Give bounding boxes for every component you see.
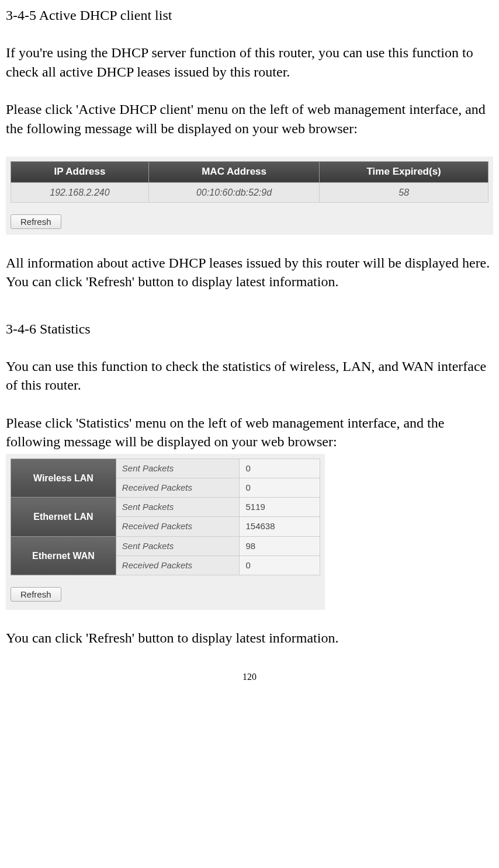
dhcp-client-panel: IP Address MAC Address Time Expired(s) 1…	[6, 157, 493, 235]
column-header-ip: IP Address	[11, 161, 149, 182]
metric-label: Received Packets	[116, 478, 240, 497]
statistics-table: Wireless LAN Sent Packets 0 Received Pac…	[11, 459, 320, 576]
body-text: You can click 'Refresh' button to displa…	[6, 629, 493, 647]
section-heading-dhcp: 3-4-5 Active DHCP client list	[6, 6, 493, 25]
metric-value: 0	[240, 555, 320, 575]
page-number: 120	[6, 671, 493, 683]
metric-value: 0	[240, 459, 320, 478]
dhcp-client-table: IP Address MAC Address Time Expired(s) 1…	[11, 161, 488, 203]
column-header-mac: MAC Address	[148, 161, 319, 182]
table-row: Ethernet LAN Sent Packets 5119	[11, 498, 320, 517]
cell-mac: 00:10:60:db:52:9d	[148, 182, 319, 203]
cell-expire: 58	[320, 182, 488, 203]
refresh-button[interactable]: Refresh	[11, 214, 61, 229]
table-row: 192.168.2.240 00:10:60:db:52:9d 58	[11, 182, 488, 203]
body-text: Please click 'Active DHCP client' menu o…	[6, 100, 493, 138]
section-heading-statistics: 3-4-6 Statistics	[6, 320, 493, 338]
metric-label: Received Packets	[116, 517, 240, 536]
body-text: All information about active DHCP leases…	[6, 254, 493, 291]
refresh-button[interactable]: Refresh	[11, 587, 61, 602]
metric-label: Received Packets	[116, 555, 240, 575]
body-text: If you're using the DHCP server function…	[6, 43, 493, 81]
statistics-panel: Wireless LAN Sent Packets 0 Received Pac…	[6, 454, 325, 610]
body-text: You can use this function to check the s…	[6, 357, 493, 395]
metric-label: Sent Packets	[116, 498, 240, 517]
table-row: Ethernet WAN Sent Packets 98	[11, 536, 320, 555]
group-ethernet-wan: Ethernet WAN	[11, 536, 116, 575]
metric-value: 98	[240, 536, 320, 555]
table-row: Wireless LAN Sent Packets 0	[11, 459, 320, 478]
column-header-expire: Time Expired(s)	[320, 161, 488, 182]
body-text: Please click 'Statistics' menu on the le…	[6, 414, 493, 452]
group-ethernet-lan: Ethernet LAN	[11, 498, 116, 537]
metric-value: 5119	[240, 498, 320, 517]
metric-label: Sent Packets	[116, 536, 240, 555]
metric-label: Sent Packets	[116, 459, 240, 478]
metric-value: 154638	[240, 517, 320, 536]
group-wireless-lan: Wireless LAN	[11, 459, 116, 498]
metric-value: 0	[240, 478, 320, 497]
cell-ip: 192.168.2.240	[11, 182, 149, 203]
